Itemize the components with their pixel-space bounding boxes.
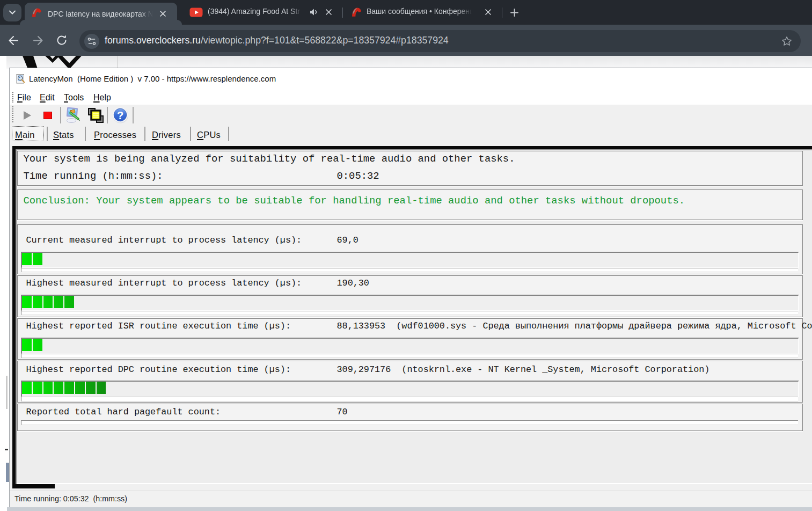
svg-text:?: ? [117, 110, 123, 121]
